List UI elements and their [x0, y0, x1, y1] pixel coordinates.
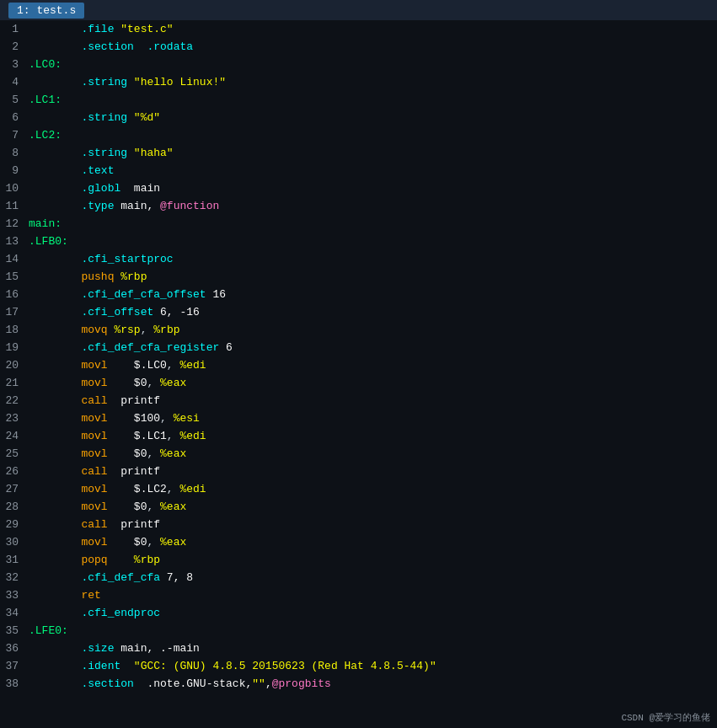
code-line: 1 .file "test.c": [0, 20, 717, 38]
line-number: 31: [3, 551, 29, 569]
line-number: 5: [3, 91, 29, 109]
line-content: .string "hello Linux!": [29, 73, 714, 91]
line-number: 4: [3, 73, 29, 91]
line-number: 25: [3, 445, 29, 463]
line-number: 6: [3, 109, 29, 126]
code-line: 11 .type main, @function: [0, 197, 717, 215]
line-content: .file "test.c": [29, 20, 714, 38]
line-number: 14: [3, 250, 29, 268]
code-line: 38 .section .note.GNU-stack,"",@progbits: [0, 675, 717, 693]
code-line: 12main:: [0, 215, 717, 233]
line-number: 9: [3, 162, 29, 179]
line-content: .cfi_offset 6, -16: [29, 303, 714, 321]
line-number: 37: [3, 657, 29, 675]
line-number: 29: [3, 516, 29, 533]
code-line: 31 popq %rbp: [0, 551, 717, 569]
code-line: 32 .cfi_def_cfa 7, 8: [0, 569, 717, 586]
code-container: 1 .file "test.c"2 .section .rodata3.LC0:…: [0, 20, 717, 708]
line-number: 36: [3, 640, 29, 657]
code-line: 29 call printf: [0, 516, 717, 533]
line-number: 16: [3, 286, 29, 303]
line-number: 22: [3, 392, 29, 410]
code-line: 37 .ident "GCC: (GNU) 4.8.5 20150623 (Re…: [0, 657, 717, 675]
line-number: 19: [3, 339, 29, 356]
code-line: 2 .section .rodata: [0, 38, 717, 56]
code-line: 23 movl $100, %esi: [0, 410, 717, 427]
line-number: 2: [3, 38, 29, 56]
line-number: 18: [3, 321, 29, 339]
line-content: .LC1:: [29, 91, 714, 109]
code-line: 33 ret: [0, 586, 717, 604]
line-content: movl $.LC2, %edi: [29, 480, 714, 498]
line-content: movl $0, %eax: [29, 498, 714, 516]
line-content: movl $0, %eax: [29, 374, 714, 392]
line-number: 30: [3, 533, 29, 551]
line-number: 27: [3, 480, 29, 498]
line-number: 3: [3, 56, 29, 73]
code-line: 14 .cfi_startproc: [0, 250, 717, 268]
line-content: movl $0, %eax: [29, 445, 714, 463]
line-content: call printf: [29, 463, 714, 480]
title-bar: 1: test.s: [0, 0, 717, 20]
line-number: 21: [3, 374, 29, 392]
line-content: movq %rsp, %rbp: [29, 321, 714, 339]
line-number: 7: [3, 126, 29, 144]
line-content: .section .rodata: [29, 38, 714, 56]
line-content: movl $100, %esi: [29, 410, 714, 427]
code-line: 20 movl $.LC0, %edi: [0, 356, 717, 374]
line-content: pushq %rbp: [29, 268, 714, 286]
line-content: .cfi_def_cfa_offset 16: [29, 286, 714, 303]
code-line: 15 pushq %rbp: [0, 268, 717, 286]
line-content: ret: [29, 586, 714, 604]
code-line: 10 .globl main: [0, 179, 717, 197]
line-content: .ident "GCC: (GNU) 4.8.5 20150623 (Red H…: [29, 657, 714, 675]
title-tab[interactable]: 1: test.s: [8, 3, 84, 19]
line-content: .type main, @function: [29, 197, 714, 215]
line-number: 38: [3, 675, 29, 693]
line-content: movl $.LC1, %edi: [29, 427, 714, 445]
code-line: 22 call printf: [0, 392, 717, 410]
line-content: movl $0, %eax: [29, 533, 714, 551]
code-line: 9 .text: [0, 162, 717, 179]
code-line: 13.LFB0:: [0, 233, 717, 250]
line-content: .cfi_def_cfa_register 6: [29, 339, 714, 356]
line-number: 34: [3, 604, 29, 622]
code-line: 34 .cfi_endproc: [0, 604, 717, 622]
line-content: .text: [29, 162, 714, 179]
code-line: 17 .cfi_offset 6, -16: [0, 303, 717, 321]
line-number: 12: [3, 215, 29, 233]
code-line: 19 .cfi_def_cfa_register 6: [0, 339, 717, 356]
code-line: 26 call printf: [0, 463, 717, 480]
line-number: 32: [3, 569, 29, 586]
line-number: 17: [3, 303, 29, 321]
line-content: main:: [29, 215, 714, 233]
line-content: call printf: [29, 516, 714, 533]
line-number: 11: [3, 197, 29, 215]
line-number: 13: [3, 233, 29, 250]
code-line: 6 .string "%d": [0, 109, 717, 126]
line-number: 26: [3, 463, 29, 480]
line-content: .LC0:: [29, 56, 714, 73]
code-line: 4 .string "hello Linux!": [0, 73, 717, 91]
code-line: 7.LC2:: [0, 126, 717, 144]
line-number: 8: [3, 144, 29, 162]
code-line: 5.LC1:: [0, 91, 717, 109]
code-line: 8 .string "haha": [0, 144, 717, 162]
code-line: 24 movl $.LC1, %edi: [0, 427, 717, 445]
code-line: 21 movl $0, %eax: [0, 374, 717, 392]
code-line: 3.LC0:: [0, 56, 717, 73]
line-number: 23: [3, 410, 29, 427]
line-number: 33: [3, 586, 29, 604]
code-line: 18 movq %rsp, %rbp: [0, 321, 717, 339]
line-content: .cfi_def_cfa 7, 8: [29, 569, 714, 586]
code-line: 35.LFE0:: [0, 622, 717, 640]
line-content: popq %rbp: [29, 551, 714, 569]
line-content: movl $.LC0, %edi: [29, 356, 714, 374]
line-number: 35: [3, 622, 29, 640]
line-content: call printf: [29, 392, 714, 410]
code-line: 30 movl $0, %eax: [0, 533, 717, 551]
line-number: 10: [3, 179, 29, 197]
line-content: .LFE0:: [29, 622, 714, 640]
code-line: 25 movl $0, %eax: [0, 445, 717, 463]
line-number: 20: [3, 356, 29, 374]
